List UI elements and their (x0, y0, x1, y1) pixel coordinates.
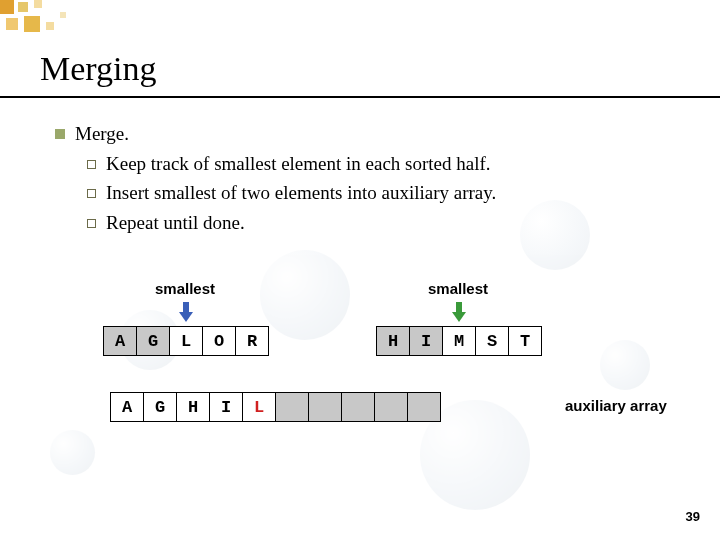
aux-cell-empty (308, 392, 342, 422)
array-cell: S (475, 326, 509, 356)
bullet-main: Merge. (55, 120, 496, 148)
title-underline (0, 96, 720, 98)
array-cell: M (442, 326, 476, 356)
aux-cell: A (110, 392, 144, 422)
bullet-sub-text: Repeat until done. (106, 212, 245, 233)
aux-cell: I (209, 392, 243, 422)
aux-cell: H (176, 392, 210, 422)
auxiliary-array-label: auxiliary array (565, 397, 667, 414)
bullet-content: Merge. Keep track of smallest element in… (55, 120, 496, 236)
arrow-down-blue-icon (179, 302, 193, 324)
array-cell: R (235, 326, 269, 356)
array-cell: H (376, 326, 410, 356)
array-cell: T (508, 326, 542, 356)
bullet-sub-2: Repeat until done. (87, 209, 496, 237)
aux-cell-empty (374, 392, 408, 422)
open-square-bullet-icon (87, 189, 96, 198)
smallest-label-left: smallest (155, 280, 215, 297)
aux-cell-empty (341, 392, 375, 422)
arrow-down-green-icon (452, 302, 466, 324)
bullet-main-text: Merge. (75, 123, 129, 144)
slide-title: Merging (40, 50, 156, 88)
aux-cell-empty (407, 392, 441, 422)
bullet-sub-text: Keep track of smallest element in each s… (106, 153, 491, 174)
corner-decoration (0, 0, 180, 40)
bullet-sub-0: Keep track of smallest element in each s… (87, 150, 496, 178)
open-square-bullet-icon (87, 219, 96, 228)
smallest-label-right: smallest (428, 280, 488, 297)
aux-cell: G (143, 392, 177, 422)
array-cell: L (169, 326, 203, 356)
right-array: H I M S T (376, 326, 542, 356)
array-cell: G (136, 326, 170, 356)
bullet-sub-text: Insert smallest of two elements into aux… (106, 182, 496, 203)
array-cell: I (409, 326, 443, 356)
left-array: A G L O R (103, 326, 269, 356)
open-square-bullet-icon (87, 160, 96, 169)
bullet-sub-1: Insert smallest of two elements into aux… (87, 179, 496, 207)
auxiliary-array: A G H I L (110, 392, 441, 422)
square-bullet-icon (55, 129, 65, 139)
array-cell: A (103, 326, 137, 356)
aux-cell-latest: L (242, 392, 276, 422)
array-cell: O (202, 326, 236, 356)
aux-cell-empty (275, 392, 309, 422)
page-number: 39 (686, 509, 700, 524)
